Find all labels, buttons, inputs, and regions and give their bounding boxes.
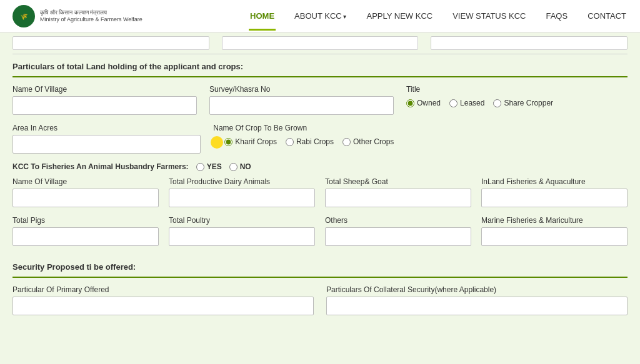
top-field-1[interactable] <box>12 36 209 50</box>
kcc-marine-input[interactable] <box>481 227 628 246</box>
kcc-inland-input[interactable] <box>481 189 628 207</box>
kcc-fields-row2: Total Pigs Total Poultry Others Marine F… <box>12 216 628 246</box>
crop-group: Name Of Crop To Be Grown Kharif Crops Ra… <box>213 124 628 146</box>
main-content: Particulars of total Land holding of the… <box>0 32 640 334</box>
title-owned-label: Owned <box>417 99 441 107</box>
kcc-no[interactable]: NO <box>229 162 251 171</box>
crop-other[interactable]: Other Crops <box>342 137 394 146</box>
crop-rabi-label: Rabi Crops <box>296 137 334 146</box>
kcc-village-group: Name Of Village <box>12 177 159 207</box>
svg-text:🌾: 🌾 <box>20 12 28 21</box>
kcc-no-radio[interactable] <box>229 163 238 171</box>
nav-links: HOME ABOUT KCC APPLY NEW KCC VIEW STATUS… <box>249 11 628 21</box>
primary-offered-group: Particular Of Primary Offered <box>12 285 314 315</box>
crop-radio-group: Kharif Crops Rabi Crops Other Crops <box>213 137 628 146</box>
kcc-label: KCC To Fisheries An Animal Husbandry Far… <box>12 162 189 171</box>
title-share-cropper[interactable]: Share Cropper <box>493 99 553 107</box>
kcc-inland-label: InLand Fisheries & Aquaculture <box>481 177 628 186</box>
village-input[interactable] <box>12 96 197 115</box>
kcc-yes[interactable]: YES <box>196 162 222 171</box>
kcc-village-label: Name Of Village <box>12 177 159 186</box>
crop-kharif-label: Kharif Crops <box>235 137 277 146</box>
navbar: 🌾 कृषि और किसान कल्याण मंत्रालय Ministry… <box>0 0 640 32</box>
section1-divider <box>12 76 628 77</box>
kcc-village-input[interactable] <box>12 189 159 207</box>
top-field-3[interactable] <box>431 36 628 50</box>
top-field-2[interactable] <box>222 36 419 50</box>
title-leased[interactable]: Leased <box>449 99 484 107</box>
kcc-poultry-group: Total Poultry <box>169 216 315 246</box>
crop-other-label: Other Crops <box>353 137 394 146</box>
survey-input[interactable] <box>209 96 394 115</box>
kcc-yes-label: YES <box>207 162 222 171</box>
crop-label: Name Of Crop To Be Grown <box>213 124 628 132</box>
title-share-cropper-radio[interactable] <box>493 99 501 107</box>
top-row <box>12 32 628 54</box>
crop-kharif-radio[interactable] <box>224 138 232 146</box>
kcc-dairy-group: Total Productive Dairy Animals <box>169 177 315 207</box>
crop-kharif[interactable]: Kharif Crops <box>213 137 277 146</box>
kcc-sheep-label: Total Sheep& Goat <box>325 177 471 186</box>
security-title: Security Proposed ti be offered: <box>12 255 628 277</box>
kcc-no-label: NO <box>240 162 251 171</box>
nav-home[interactable]: HOME <box>249 11 276 21</box>
area-input[interactable] <box>12 135 201 154</box>
primary-offered-input[interactable] <box>12 297 314 315</box>
title-owned-radio[interactable] <box>406 99 414 107</box>
kcc-yes-radio[interactable] <box>196 163 204 171</box>
land-row-1: Name Of Village Survey/Khasra No Title O… <box>12 85 628 115</box>
area-group: Area In Acres <box>12 124 201 154</box>
title-radio-group: Owned Leased Share Cropper <box>406 99 628 107</box>
kcc-pigs-input[interactable] <box>12 227 159 246</box>
survey-label: Survey/Khasra No <box>209 85 394 94</box>
collateral-security-group: Particulars Of Collateral Security(where… <box>326 285 628 315</box>
logo: 🌾 कृषि और किसान कल्याण मंत्रालय Ministry… <box>12 5 142 27</box>
logo-text: कृषि और किसान कल्याण मंत्रालय Ministry o… <box>40 9 142 23</box>
title-group: Title Owned Leased Share Cropper <box>406 85 628 107</box>
kcc-poultry-input[interactable] <box>169 227 315 246</box>
section1-title: Particulars of total Land holding of the… <box>12 54 628 76</box>
title-share-cropper-label: Share Cropper <box>504 99 553 107</box>
kcc-pigs-group: Total Pigs <box>12 216 159 246</box>
crop-rabi[interactable]: Rabi Crops <box>286 137 334 146</box>
nav-contact[interactable]: CONTACT <box>586 11 628 21</box>
kcc-others-group: Others <box>325 216 471 246</box>
kcc-fields-row1: Name Of Village Total Productive Dairy A… <box>12 177 628 207</box>
title-owned[interactable]: Owned <box>406 99 441 107</box>
survey-group: Survey/Khasra No <box>209 85 394 115</box>
security-divider <box>12 277 628 278</box>
logo-icon: 🌾 <box>12 5 35 27</box>
collateral-security-input[interactable] <box>326 297 628 315</box>
nav-view-status-kcc[interactable]: VIEW STATUS KCC <box>451 11 527 21</box>
village-label: Name Of Village <box>12 85 197 94</box>
kcc-dairy-input[interactable] <box>169 189 315 207</box>
kcc-sheep-group: Total Sheep& Goat <box>325 177 471 207</box>
kcc-pigs-label: Total Pigs <box>12 216 159 225</box>
kcc-poultry-label: Total Poultry <box>169 216 315 225</box>
kcc-row: KCC To Fisheries An Animal Husbandry Far… <box>12 162 628 171</box>
land-row-2: Area In Acres Name Of Crop To Be Grown K… <box>12 124 628 154</box>
crop-rabi-radio[interactable] <box>286 138 294 146</box>
kcc-marine-group: Marine Fisheries & Mariculture <box>481 216 628 246</box>
title-label: Title <box>406 85 628 94</box>
village-group: Name Of Village <box>12 85 197 115</box>
nav-faqs[interactable]: FAQS <box>544 11 569 21</box>
nav-apply-new-kcc[interactable]: APPLY NEW KCC <box>365 11 434 21</box>
area-label: Area In Acres <box>12 124 201 132</box>
title-leased-label: Leased <box>460 99 484 107</box>
security-row: Particular Of Primary Offered Particular… <box>12 285 628 315</box>
kcc-dairy-label: Total Productive Dairy Animals <box>169 177 315 186</box>
primary-offered-label: Particular Of Primary Offered <box>12 285 314 294</box>
kcc-others-label: Others <box>325 216 471 225</box>
title-leased-radio[interactable] <box>449 99 458 107</box>
kcc-marine-label: Marine Fisheries & Mariculture <box>481 216 628 225</box>
kcc-inland-group: InLand Fisheries & Aquaculture <box>481 177 628 207</box>
crop-other-radio[interactable] <box>342 138 351 146</box>
kcc-others-input[interactable] <box>325 227 471 246</box>
nav-about-kcc[interactable]: ABOUT KCC <box>293 11 348 21</box>
kcc-sheep-input[interactable] <box>325 189 471 207</box>
collateral-security-label: Particulars Of Collateral Security(where… <box>326 285 628 294</box>
